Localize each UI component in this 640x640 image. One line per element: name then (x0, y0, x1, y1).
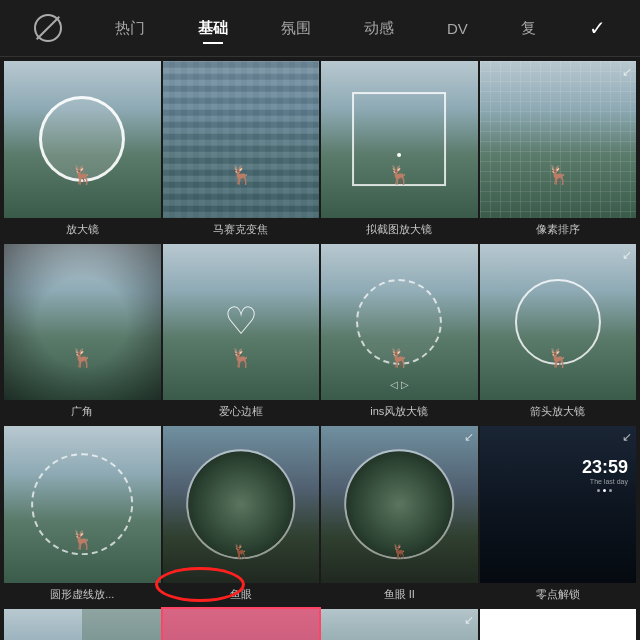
effect-mirror[interactable]: 镜像 (4, 609, 161, 641)
pixel-corner-arrow: ↙ (622, 65, 632, 79)
effect-magnify[interactable]: 放大镜 (4, 61, 161, 242)
effect-diagonal-blur[interactable]: ↙ 斜向模糊 (321, 609, 478, 641)
effect-mirror-thumb (4, 609, 161, 641)
effect-fisheye-label: 鱼眼 (163, 583, 320, 607)
diagonal-corner: ↙ (464, 613, 474, 627)
tab-more[interactable]: 复 (515, 15, 542, 42)
arrow-circle (515, 279, 601, 365)
tab-no-filter[interactable] (28, 10, 68, 46)
time-dots (582, 489, 628, 492)
magnify-circle (39, 96, 125, 182)
blur-active-overlay: ≡ 调整参数 (163, 609, 320, 641)
effect-wide-label: 广角 (4, 400, 161, 424)
effect-pixel-label: 像素排序 (480, 218, 637, 242)
ins-arrows: ◁ ▷ (390, 379, 409, 390)
tab-dynamic[interactable]: 动感 (358, 15, 400, 42)
fisheye-circle (186, 449, 296, 559)
effect-mosaic-label: 马赛克变焦 (163, 218, 320, 242)
fisheye2-circle (344, 449, 454, 559)
effect-circle-label: 圆形虚线放... (4, 583, 161, 607)
effect-fisheye2-thumb: ↙ (321, 426, 478, 583)
dot-2 (603, 489, 606, 492)
effect-ins-magnify[interactable]: ◁ ▷ ins风放大镜 (321, 244, 478, 425)
effect-wide-angle[interactable]: 广角 (4, 244, 161, 425)
zero-corner: ↙ (622, 430, 632, 444)
effect-heart-thumb: ♡ (163, 244, 320, 401)
fisheye2-corner: ↙ (464, 430, 474, 444)
time-overlay: 23:59 The last day (582, 457, 628, 492)
effect-zero-thumb: 23:59 The last day ↙ (480, 426, 637, 583)
effect-wide-thumb (4, 244, 161, 401)
mosaic-overlay (163, 61, 320, 218)
effect-fisheye-thumb (163, 426, 320, 583)
effect-pixel-sort[interactable]: ↙ 像素排序 (480, 61, 637, 242)
arrow-corner: ↙ (622, 248, 632, 262)
effect-arrow-label: 箭头放大镜 (480, 400, 637, 424)
wide-angle-overlay (4, 244, 161, 401)
effect-fisheye2-label: 鱼眼 II (321, 583, 478, 607)
effect-fisheye[interactable]: 鱼眼 (163, 426, 320, 607)
effect-blur[interactable]: ≡ 调整参数 模糊 (163, 609, 320, 641)
phone-frame: 热门 基础 氛围 动感 DV 复 ✓ 放大镜 (0, 0, 640, 640)
effect-crop-thumb (321, 61, 478, 218)
effect-arrow-magnify[interactable]: ↙ 箭头放大镜 (480, 244, 637, 425)
effect-magnify-thumb (4, 61, 161, 218)
no-filter-icon (34, 14, 62, 42)
effect-circle-virtual[interactable]: 圆形虚线放... (4, 426, 161, 607)
effects-grid: 放大镜 马赛克变焦 拟截图放大镜 ↙ 像素排序 (0, 57, 640, 640)
effect-heart-border[interactable]: ♡ 爱心边框 (163, 244, 320, 425)
dot-3 (609, 489, 612, 492)
heart-icon: ♡ (224, 302, 258, 340)
ins-arrow-right: ▷ (401, 379, 409, 390)
effect-ins-label: ins风放大镜 (321, 400, 478, 424)
effect-crop-magnify[interactable]: 拟截图放大镜 (321, 61, 478, 242)
time-subtitle: The last day (582, 478, 628, 485)
tab-hot[interactable]: 热门 (109, 15, 151, 42)
effect-heart-label: 爱心边框 (163, 400, 320, 424)
mirror-overlay (4, 609, 161, 641)
effect-mosaic-zoom[interactable]: 马赛克变焦 (163, 61, 320, 242)
tabs-bar: 热门 基础 氛围 动感 DV 复 ✓ (0, 0, 640, 57)
tab-atmosphere[interactable]: 氛围 (275, 15, 317, 42)
effect-fisheye2[interactable]: ↙ 鱼眼 II (321, 426, 478, 607)
circle-dashed (31, 453, 133, 555)
tab-confirm[interactable]: ✓ (583, 12, 612, 44)
effect-zero-unlock[interactable]: 23:59 The last day ↙ 零点解锁 (480, 426, 637, 607)
diagonal-blur-overlay (321, 609, 478, 641)
fisheye-inner (188, 451, 294, 557)
effect-circle-thumb (4, 426, 161, 583)
tab-basic[interactable]: 基础 (192, 15, 234, 42)
effect-zero-label: 零点解锁 (480, 583, 637, 607)
effect-crop-label: 拟截图放大镜 (321, 218, 478, 242)
effect-diagonal-thumb: ↙ (321, 609, 478, 641)
effect-mosaic-thumb (163, 61, 320, 218)
watermark-cell: 鼎品软件 (480, 609, 637, 641)
effect-pixel-thumb: ↙ (480, 61, 637, 218)
fisheye2-inner (346, 451, 452, 557)
ins-arrow-left: ◁ (390, 379, 398, 390)
crop-rect-dot (397, 153, 401, 157)
crop-rect (352, 92, 446, 186)
effect-arrow-thumb: ↙ (480, 244, 637, 401)
effect-blur-thumb: ≡ 调整参数 (163, 609, 320, 641)
effect-ins-thumb: ◁ ▷ (321, 244, 478, 401)
tab-dv[interactable]: DV (441, 16, 474, 41)
ins-lens-circle (356, 279, 442, 365)
time-display: 23:59 (582, 457, 628, 478)
effect-magnify-label: 放大镜 (4, 218, 161, 242)
dot-1 (597, 489, 600, 492)
pixel-overlay (480, 61, 637, 218)
